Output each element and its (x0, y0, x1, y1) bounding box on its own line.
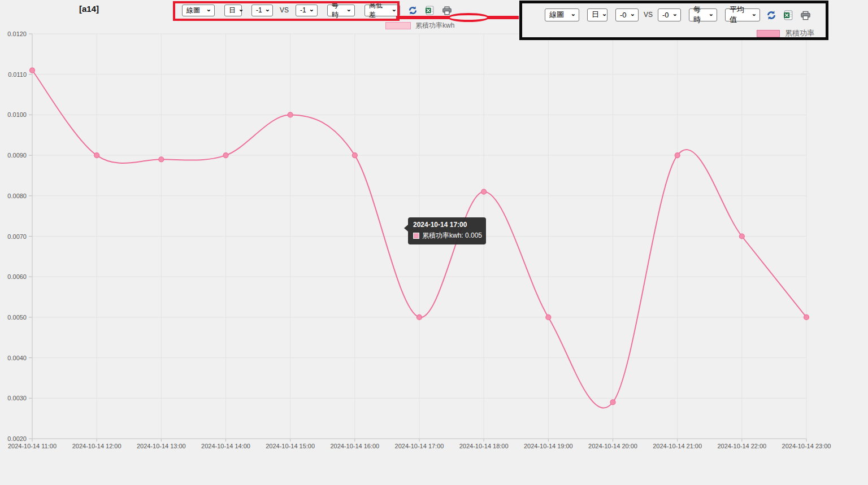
chevron-down-icon: ⌄ (571, 11, 576, 16)
x-axis-label: 2024-10-14 22:00 (717, 443, 766, 449)
inset-offset-a-select[interactable]: -0 ⌄ (615, 8, 639, 21)
refresh-icon[interactable] (408, 6, 418, 15)
select-value: 平均值 (730, 5, 749, 25)
y-axis-label: 0.0020 (7, 435, 27, 442)
inset-legend[interactable]: 累積功率 (757, 28, 814, 38)
y-axis-label: 0.0060 (7, 273, 27, 280)
y-axis-label: 0.0100 (7, 111, 27, 118)
inset-chart-type-select[interactable]: 線圖 ⌄ (545, 8, 579, 21)
chart-legend[interactable]: 累積功率kwh (385, 21, 454, 30)
x-axis-label: 2024-10-14 17:00 (395, 443, 444, 449)
select-value: -1 (300, 6, 306, 14)
tooltip-value: 累積功率kwh: 0.005 (422, 231, 482, 241)
select-value: 線圖 (186, 6, 200, 15)
x-axis-label: 2024-10-14 18:00 (459, 443, 509, 449)
x-axis-label: 2024-10-14 14:00 (201, 443, 250, 449)
y-axis-label: 0.0090 (7, 152, 27, 159)
select-value: 日 (229, 6, 236, 15)
x-axis-label: 2024-10-14 15:00 (266, 443, 315, 449)
chevron-down-icon: ⌄ (752, 11, 757, 16)
x-axis-label: 2024-10-14 16:00 (330, 443, 379, 449)
tooltip-title: 2024-10-14 17:00 (413, 221, 481, 229)
toolbar-icons (408, 6, 452, 15)
y-axis-label: 0.0050 (7, 314, 27, 321)
excel-export-icon[interactable] (783, 10, 793, 20)
select-value: -0 (620, 11, 627, 19)
data-point-marker[interactable] (288, 112, 293, 117)
y-axis-label: 0.0030 (7, 395, 27, 401)
inset-aggregate-select[interactable]: 平均值 ⌄ (725, 8, 760, 21)
chevron-down-icon: ⌄ (630, 11, 635, 16)
period-select[interactable]: 日 ⌄ (224, 5, 242, 16)
offset-a-select[interactable]: -1 ⌄ (251, 5, 273, 16)
data-point-marker[interactable] (675, 153, 680, 158)
x-axis-label: 2024-10-14 23:00 (782, 443, 831, 449)
data-point-marker[interactable] (223, 153, 228, 158)
select-value: 高低差 (369, 1, 389, 20)
print-icon[interactable] (800, 10, 810, 20)
y-axis-label: 0.0040 (7, 355, 27, 361)
inset-interval-select[interactable]: 每時 ⌄ (689, 8, 717, 21)
y-axis-label: 0.0080 (7, 193, 27, 199)
excel-export-icon[interactable] (425, 6, 435, 15)
y-axis-label: 0.0070 (7, 233, 27, 240)
chevron-down-icon: ⌄ (238, 6, 244, 12)
legend-swatch (385, 22, 411, 29)
y-axis-label: 0.0120 (7, 30, 27, 37)
print-icon[interactable] (442, 6, 452, 15)
inset-panel: 線圖 ⌄ 日 ⌄ -0 ⌄ VS -0 ⌄ 每時 ⌄ 平均值 ⌄ (519, 1, 828, 40)
tooltip-caret (404, 225, 408, 231)
chevron-down-icon: ⌄ (309, 6, 314, 12)
data-point-marker[interactable] (610, 400, 615, 405)
refresh-icon[interactable] (766, 10, 776, 20)
x-axis-label: 2024-10-14 12:00 (72, 443, 121, 449)
data-point-marker[interactable] (739, 234, 744, 239)
select-value: -1 (256, 6, 262, 14)
x-axis-label: 2024-10-14 20:00 (588, 443, 637, 449)
chart-tooltip: 2024-10-14 17:00 累積功率kwh: 0.005 (408, 217, 486, 244)
inset-vs-label: VS (644, 11, 653, 19)
x-axis-label: 2024-10-14 11:00 (8, 443, 57, 449)
select-value: -0 (662, 11, 669, 19)
tooltip-series-swatch (413, 233, 419, 239)
chevron-down-icon: ⌄ (602, 11, 607, 16)
inset-offset-b-select[interactable]: -0 ⌄ (658, 8, 681, 21)
x-axis-label: 2024-10-14 13:00 (137, 443, 186, 449)
data-point-marker[interactable] (804, 314, 809, 320)
chevron-down-icon: ⌄ (672, 11, 678, 16)
offset-b-select[interactable]: -1 ⌄ (296, 5, 318, 16)
legend-swatch (757, 30, 780, 37)
data-point-marker[interactable] (159, 157, 164, 162)
chevron-down-icon: ⌄ (709, 11, 714, 16)
select-value: 線圖 (549, 10, 564, 20)
inset-period-select[interactable]: 日 ⌄ (587, 8, 607, 21)
x-axis-label: 2024-10-14 19:00 (524, 443, 573, 449)
legend-label: 累積功率 (785, 28, 814, 38)
data-point-marker[interactable] (417, 314, 422, 320)
data-point-marker[interactable] (546, 314, 551, 320)
select-value: 每時 (693, 5, 706, 25)
chart-type-select[interactable]: 線圖 ⌄ (182, 5, 215, 16)
x-axis-label: 2024-10-14 21:00 (653, 443, 702, 449)
legend-label: 累積功率kwh (415, 21, 454, 30)
data-point-marker[interactable] (352, 153, 357, 158)
interval-select[interactable]: 每時 ⌄ (327, 5, 355, 16)
select-value: 日 (592, 10, 599, 20)
select-value: 每時 (332, 1, 344, 20)
chart-toolbar: 線圖 ⌄ 日 ⌄ -1 ⌄ VS -1 ⌄ 每時 ⌄ 高低差 ⌄ (182, 4, 452, 16)
inset-toolbar-icons (766, 10, 810, 20)
chevron-down-icon: ⌄ (206, 6, 211, 12)
vs-label: VS (280, 6, 289, 14)
inset-toolbar: 線圖 ⌄ 日 ⌄ -0 ⌄ VS -0 ⌄ 每時 ⌄ 平均值 ⌄ (545, 8, 810, 21)
chevron-down-icon: ⌄ (392, 6, 397, 12)
chevron-down-icon: ⌄ (265, 6, 270, 12)
data-point-marker[interactable] (94, 153, 99, 158)
y-axis-label: 0.0110 (8, 71, 27, 78)
chevron-down-icon: ⌄ (346, 6, 351, 12)
page-title: [a14] (79, 4, 99, 14)
data-point-marker[interactable] (481, 189, 487, 194)
data-point-marker[interactable] (30, 68, 35, 73)
aggregate-select[interactable]: 高低差 ⌄ (364, 5, 400, 16)
